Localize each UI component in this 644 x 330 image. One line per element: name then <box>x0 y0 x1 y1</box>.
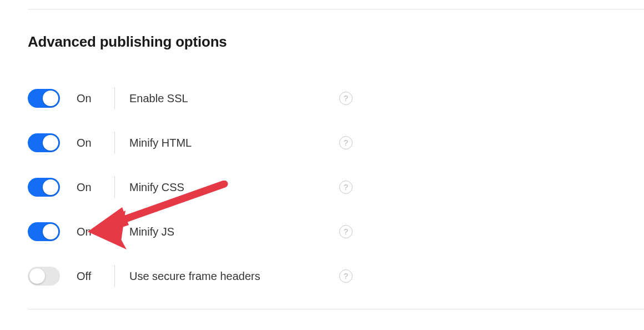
help-icon[interactable]: ? <box>339 181 353 194</box>
option-label: Minify HTML <box>129 137 616 149</box>
divider-vertical <box>114 221 115 243</box>
help-icon[interactable]: ? <box>339 269 353 283</box>
toggle-state-label: Off <box>77 270 100 283</box>
toggle-knob <box>43 91 58 106</box>
help-icon[interactable]: ? <box>339 92 353 105</box>
toggle-state-label: On <box>77 92 100 105</box>
toggle-minify-html[interactable] <box>28 133 60 152</box>
divider-vertical <box>114 132 115 154</box>
option-label: Minify CSS <box>129 181 616 194</box>
help-icon[interactable]: ? <box>339 136 353 149</box>
toggle-minify-js[interactable] <box>28 222 60 241</box>
option-row-minify-html: On Minify HTML ? <box>28 121 616 165</box>
toggle-knob <box>43 135 58 151</box>
divider-top <box>28 9 644 9</box>
advanced-publishing-section: Advanced publishing options On Enable SS… <box>28 33 616 298</box>
divider-vertical <box>114 176 115 198</box>
option-label: Enable SSL <box>129 92 616 105</box>
toggle-minify-css[interactable] <box>28 178 60 197</box>
toggle-state-label: On <box>77 226 100 238</box>
toggle-knob <box>29 268 45 284</box>
option-row-enable-ssl: On Enable SSL ? <box>28 76 616 121</box>
option-label: Minify JS <box>129 226 616 238</box>
option-row-minify-css: On Minify CSS ? <box>28 165 616 209</box>
toggle-state-label: On <box>77 181 100 194</box>
option-row-minify-js: On Minify JS ? <box>28 209 616 254</box>
section-title: Advanced publishing options <box>28 33 616 51</box>
help-icon[interactable]: ? <box>339 225 353 238</box>
divider-vertical <box>114 265 115 287</box>
option-label: Use secure frame headers <box>129 270 616 283</box>
toggle-use-secure-frame-headers[interactable] <box>28 267 60 286</box>
toggle-state-label: On <box>77 137 100 149</box>
toggle-knob <box>43 179 58 195</box>
option-row-use-secure-frame-headers: Off Use secure frame headers ? <box>28 254 616 298</box>
toggle-enable-ssl[interactable] <box>28 89 60 108</box>
toggle-knob <box>43 224 58 239</box>
divider-bottom <box>28 309 644 309</box>
divider-vertical <box>114 87 115 109</box>
